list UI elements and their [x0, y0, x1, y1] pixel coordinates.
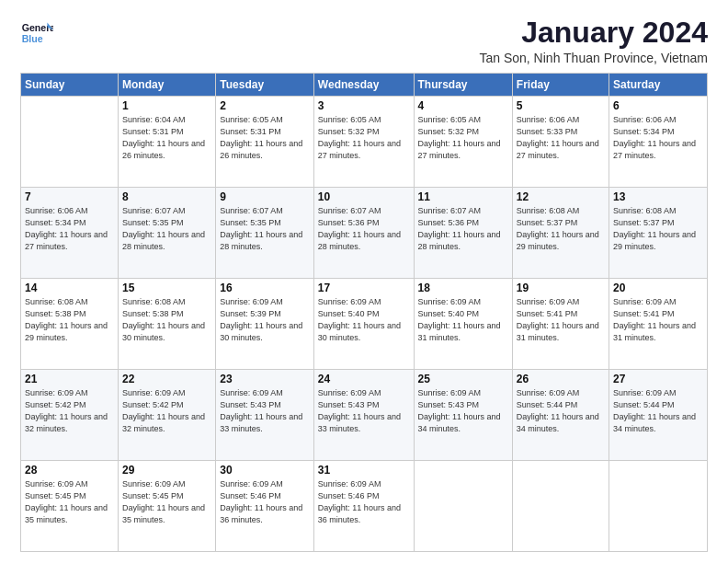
day-number: 2 [220, 99, 310, 112]
svg-text:Blue: Blue [22, 33, 43, 44]
calendar-cell: 28 Sunrise: 6:09 AMSunset: 5:45 PMDaylig… [21, 461, 119, 552]
day-number: 14 [25, 282, 114, 294]
subtitle: Tan Son, Ninh Thuan Province, Vietnam [479, 51, 708, 65]
day-detail: Sunrise: 6:06 AMSunset: 5:34 PMDaylight:… [613, 115, 696, 160]
header-sunday: Sunday [21, 74, 119, 97]
calendar-cell: 19 Sunrise: 6:09 AMSunset: 5:41 PMDaylig… [512, 279, 609, 370]
day-number: 18 [418, 282, 508, 294]
calendar-cell [21, 97, 119, 188]
day-number: 5 [517, 99, 605, 112]
main-title: January 2024 [479, 17, 708, 49]
page: General Blue January 2024 Tan Son, Ninh … [0, 0, 728, 563]
calendar-cell: 25 Sunrise: 6:09 AMSunset: 5:43 PMDaylig… [414, 370, 512, 461]
day-detail: Sunrise: 6:07 AMSunset: 5:35 PMDaylight:… [220, 206, 302, 251]
calendar-cell: 17 Sunrise: 6:09 AMSunset: 5:40 PMDaylig… [313, 279, 414, 370]
day-number: 15 [122, 282, 211, 294]
calendar-cell [512, 461, 609, 552]
day-detail: Sunrise: 6:09 AMSunset: 5:42 PMDaylight:… [122, 388, 205, 433]
day-number: 20 [613, 282, 703, 294]
day-number: 4 [418, 99, 508, 112]
header-tuesday: Tuesday [216, 74, 314, 97]
day-number: 1 [122, 99, 211, 112]
calendar-table: Sunday Monday Tuesday Wednesday Thursday… [20, 73, 708, 552]
calendar-cell: 15 Sunrise: 6:08 AMSunset: 5:38 PMDaylig… [119, 279, 216, 370]
day-number: 12 [517, 190, 605, 203]
day-number: 31 [318, 464, 410, 477]
calendar-cell: 10 Sunrise: 6:07 AMSunset: 5:36 PMDaylig… [313, 188, 414, 279]
header-friday: Friday [512, 74, 609, 97]
day-detail: Sunrise: 6:09 AMSunset: 5:46 PMDaylight:… [220, 479, 302, 524]
calendar-cell: 26 Sunrise: 6:09 AMSunset: 5:44 PMDaylig… [512, 370, 609, 461]
calendar-cell: 2 Sunrise: 6:05 AMSunset: 5:31 PMDayligh… [216, 97, 314, 188]
day-detail: Sunrise: 6:06 AMSunset: 5:34 PMDaylight:… [25, 206, 108, 251]
day-number: 6 [613, 99, 703, 112]
day-detail: Sunrise: 6:08 AMSunset: 5:38 PMDaylight:… [122, 297, 205, 342]
calendar-cell: 4 Sunrise: 6:05 AMSunset: 5:32 PMDayligh… [414, 97, 512, 188]
day-detail: Sunrise: 6:09 AMSunset: 5:45 PMDaylight:… [122, 479, 205, 524]
calendar-cell: 30 Sunrise: 6:09 AMSunset: 5:46 PMDaylig… [216, 461, 314, 552]
day-number: 13 [613, 190, 703, 203]
day-detail: Sunrise: 6:09 AMSunset: 5:43 PMDaylight:… [220, 388, 302, 433]
day-detail: Sunrise: 6:09 AMSunset: 5:41 PMDaylight:… [517, 297, 599, 342]
day-detail: Sunrise: 6:05 AMSunset: 5:32 PMDaylight:… [318, 115, 401, 160]
calendar-cell: 12 Sunrise: 6:08 AMSunset: 5:37 PMDaylig… [512, 188, 609, 279]
day-detail: Sunrise: 6:09 AMSunset: 5:45 PMDaylight:… [25, 479, 108, 524]
day-detail: Sunrise: 6:09 AMSunset: 5:46 PMDaylight:… [318, 479, 401, 524]
day-detail: Sunrise: 6:07 AMSunset: 5:36 PMDaylight:… [418, 206, 501, 251]
header-monday: Monday [119, 74, 216, 97]
calendar-week-4: 21 Sunrise: 6:09 AMSunset: 5:42 PMDaylig… [21, 370, 708, 461]
calendar-cell: 21 Sunrise: 6:09 AMSunset: 5:42 PMDaylig… [21, 370, 119, 461]
calendar-week-1: 1 Sunrise: 6:04 AMSunset: 5:31 PMDayligh… [21, 97, 708, 188]
calendar-week-2: 7 Sunrise: 6:06 AMSunset: 5:34 PMDayligh… [21, 188, 708, 279]
day-number: 21 [25, 373, 114, 385]
calendar-cell: 20 Sunrise: 6:09 AMSunset: 5:41 PMDaylig… [609, 279, 708, 370]
day-number: 11 [418, 190, 508, 203]
day-detail: Sunrise: 6:07 AMSunset: 5:35 PMDaylight:… [122, 206, 205, 251]
calendar-cell: 23 Sunrise: 6:09 AMSunset: 5:43 PMDaylig… [216, 370, 314, 461]
day-detail: Sunrise: 6:07 AMSunset: 5:36 PMDaylight:… [318, 206, 401, 251]
day-detail: Sunrise: 6:09 AMSunset: 5:43 PMDaylight:… [318, 388, 401, 433]
day-number: 19 [517, 282, 605, 294]
day-number: 3 [318, 99, 410, 112]
calendar-cell: 31 Sunrise: 6:09 AMSunset: 5:46 PMDaylig… [313, 461, 414, 552]
day-number: 16 [220, 282, 310, 294]
header-wednesday: Wednesday [313, 74, 414, 97]
day-number: 10 [318, 190, 410, 203]
day-detail: Sunrise: 6:06 AMSunset: 5:33 PMDaylight:… [517, 115, 599, 160]
calendar-cell: 5 Sunrise: 6:06 AMSunset: 5:33 PMDayligh… [512, 97, 609, 188]
day-number: 17 [318, 282, 410, 294]
day-number: 25 [418, 373, 508, 385]
logo: General Blue [20, 17, 53, 50]
calendar-cell: 27 Sunrise: 6:09 AMSunset: 5:44 PMDaylig… [609, 370, 708, 461]
day-number: 23 [220, 373, 310, 385]
calendar-cell: 14 Sunrise: 6:08 AMSunset: 5:38 PMDaylig… [21, 279, 119, 370]
day-number: 24 [318, 373, 410, 385]
calendar-cell [414, 461, 512, 552]
day-detail: Sunrise: 6:09 AMSunset: 5:39 PMDaylight:… [220, 297, 302, 342]
title-block: January 2024 Tan Son, Ninh Thuan Provinc… [479, 17, 708, 65]
day-detail: Sunrise: 6:09 AMSunset: 5:40 PMDaylight:… [418, 297, 501, 342]
day-detail: Sunrise: 6:09 AMSunset: 5:41 PMDaylight:… [613, 297, 696, 342]
day-detail: Sunrise: 6:09 AMSunset: 5:44 PMDaylight:… [517, 388, 599, 433]
day-number: 27 [613, 373, 703, 385]
day-number: 9 [220, 190, 310, 203]
day-detail: Sunrise: 6:09 AMSunset: 5:43 PMDaylight:… [418, 388, 501, 433]
calendar-cell: 29 Sunrise: 6:09 AMSunset: 5:45 PMDaylig… [119, 461, 216, 552]
day-detail: Sunrise: 6:09 AMSunset: 5:42 PMDaylight:… [25, 388, 108, 433]
calendar-cell: 8 Sunrise: 6:07 AMSunset: 5:35 PMDayligh… [119, 188, 216, 279]
day-detail: Sunrise: 6:05 AMSunset: 5:31 PMDaylight:… [220, 115, 302, 160]
calendar-week-5: 28 Sunrise: 6:09 AMSunset: 5:45 PMDaylig… [21, 461, 708, 552]
day-detail: Sunrise: 6:04 AMSunset: 5:31 PMDaylight:… [122, 115, 205, 160]
calendar-cell: 7 Sunrise: 6:06 AMSunset: 5:34 PMDayligh… [21, 188, 119, 279]
calendar-week-3: 14 Sunrise: 6:08 AMSunset: 5:38 PMDaylig… [21, 279, 708, 370]
header-saturday: Saturday [609, 74, 708, 97]
svg-text:General: General [22, 22, 53, 33]
day-detail: Sunrise: 6:09 AMSunset: 5:44 PMDaylight:… [613, 388, 696, 433]
day-detail: Sunrise: 6:09 AMSunset: 5:40 PMDaylight:… [318, 297, 401, 342]
calendar-cell: 16 Sunrise: 6:09 AMSunset: 5:39 PMDaylig… [216, 279, 314, 370]
header: General Blue January 2024 Tan Son, Ninh … [20, 17, 708, 65]
day-number: 29 [122, 464, 211, 477]
calendar-cell: 6 Sunrise: 6:06 AMSunset: 5:34 PMDayligh… [609, 97, 708, 188]
day-detail: Sunrise: 6:08 AMSunset: 5:37 PMDaylight:… [613, 206, 696, 251]
calendar-cell: 18 Sunrise: 6:09 AMSunset: 5:40 PMDaylig… [414, 279, 512, 370]
